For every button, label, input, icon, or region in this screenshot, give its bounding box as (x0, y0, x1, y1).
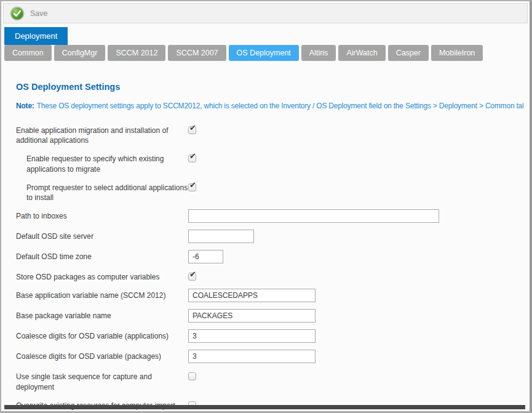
tab-os-deployment-active[interactable]: OS Deployment (229, 45, 299, 61)
field-label: Prompt requester to select additional ap… (16, 181, 188, 202)
default-osd-site-server-input[interactable] (188, 230, 254, 243)
form-row: Prompt requester to select additional ap… (16, 181, 523, 202)
settings-tab-row: Common ConfigMgr SCCM 2012 SCCM 2007 OS … (4, 45, 530, 61)
tab-casper[interactable]: Casper (388, 45, 429, 61)
page-title: OS Deployment Settings (16, 82, 523, 92)
form-row: Path to inboxes (16, 209, 523, 223)
note-text: Note:These OS deployment settings apply … (16, 102, 523, 110)
form-row: Store OSD packages as computer variables… (16, 270, 523, 282)
tab-sccm-2012[interactable]: SCCM 2012 (108, 45, 165, 61)
base-package-variable-input[interactable] (188, 309, 316, 323)
field-label: Store OSD packages as computer variables (16, 270, 188, 282)
checkbox-prompt-requester-additional[interactable]: ✔ (188, 183, 196, 191)
checkbox-enable-requester-specify[interactable]: ✔ (188, 154, 196, 162)
coalesce-digits-applications-input[interactable] (188, 329, 316, 343)
note-body: These OS deployment settings apply to SC… (37, 102, 523, 110)
form-row: Enable application migration and install… (16, 124, 523, 145)
save-label: Save (30, 9, 48, 18)
field-label: Enable application migration and install… (16, 124, 188, 145)
field-label: Base package variable name (16, 309, 188, 321)
form-row: Base application variable name (SCCM 201… (16, 289, 523, 302)
toolbar: Save (3, 3, 528, 23)
checkmark-icon: ✔ (189, 181, 196, 189)
checkbox-store-osd-packages[interactable]: ✔ (188, 273, 196, 281)
tab-common[interactable]: Common (4, 45, 52, 61)
form-row: Enable requester to specify which existi… (16, 152, 523, 174)
form-row: Coalesce digits for OSD variable (applic… (16, 329, 523, 343)
checkmark-icon: ✔ (189, 152, 196, 160)
note-label: Note: (16, 102, 34, 110)
field-label: Enable requester to specify which existi… (16, 152, 188, 174)
checkbox-enable-app-migration[interactable]: ✔ (188, 126, 196, 134)
os-deployment-settings-panel: OS Deployment Settings Note:These OS dep… (1, 82, 530, 413)
settings-window: Save Deployment Common ConfigMgr SCCM 20… (0, 0, 532, 413)
form-row: Use single task sequence for capture and… (16, 370, 523, 391)
default-osd-time-zone-input[interactable] (188, 250, 223, 263)
save-button[interactable]: Save (10, 6, 48, 21)
checkmark-icon: ✔ (189, 124, 196, 132)
tab-configmgr[interactable]: ConfigMgr (54, 45, 106, 61)
tab-airwatch[interactable]: AirWatch (338, 45, 385, 61)
base-application-variable-input[interactable] (188, 289, 316, 302)
field-label: Coalesce digits for OSD variable (applic… (16, 329, 188, 341)
window-bottom-edge (4, 405, 525, 409)
field-label: Coalesce digits for OSD variable (packag… (16, 350, 188, 361)
tab-altiris[interactable]: Altiris (301, 45, 336, 61)
form-row: Coalesce digits for OSD variable (packag… (16, 350, 523, 363)
tab-sccm-2007[interactable]: SCCM 2007 (168, 45, 226, 61)
field-label: Path to inboxes (16, 209, 188, 221)
checkbox-single-task-sequence[interactable] (188, 372, 196, 380)
form-row: Default OSD time zone (16, 250, 523, 263)
settings-form: Enable application migration and install… (16, 124, 523, 413)
field-label: Base application variable name (SCCM 201… (16, 289, 188, 300)
path-to-inboxes-input[interactable] (188, 209, 439, 223)
form-row: Default OSD site server (16, 230, 523, 243)
save-check-circle-icon (10, 6, 25, 21)
coalesce-digits-packages-input[interactable] (188, 350, 316, 363)
field-label: Default OSD time zone (16, 250, 188, 262)
field-label: Default OSD site server (16, 230, 188, 241)
tab-deployment[interactable]: Deployment (4, 27, 68, 45)
tab-mobileiron[interactable]: MobileIron (431, 45, 483, 61)
form-row: Base package variable name (16, 309, 523, 323)
checkmark-icon: ✔ (189, 270, 196, 278)
field-label: Use single task sequence for capture and… (16, 370, 188, 391)
